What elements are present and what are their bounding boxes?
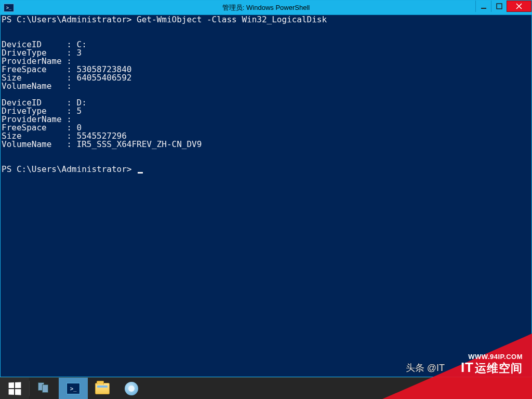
window-controls <box>475 1 531 12</box>
powershell-icon: >_ <box>4 4 14 12</box>
gear-icon <box>125 382 138 395</box>
cursor <box>138 172 143 174</box>
console-line: VolumeName : <box>2 82 530 90</box>
minimize-icon <box>481 3 487 9</box>
console-prompt[interactable]: PS C:\Users\Administrator> <box>2 165 530 174</box>
svg-rect-1 <box>497 4 502 9</box>
maximize-button[interactable] <box>491 1 507 12</box>
titlebar[interactable]: >_ 管理员: Windows PowerShell <box>1 1 531 15</box>
close-button[interactable] <box>507 1 531 12</box>
start-button[interactable] <box>0 378 29 399</box>
windows-logo-icon <box>9 382 21 395</box>
svg-rect-0 <box>481 8 486 9</box>
taskbar-server-manager[interactable] <box>30 378 59 399</box>
window-title: 管理员: Windows PowerShell <box>1 3 531 12</box>
powershell-window: >_ 管理员: Windows PowerShell PS C:\Users\A… <box>0 0 532 377</box>
console-area[interactable]: PS C:\Users\Administrator> Get-WmiObject… <box>2 16 530 376</box>
console-line: VolumeName : IR5_SSS_X64FREV_ZH-CN_DV9 <box>2 140 530 149</box>
file-explorer-icon <box>95 383 110 394</box>
minimize-button[interactable] <box>475 1 491 12</box>
prompt-text: PS C:\Users\Administrator> <box>2 165 137 174</box>
powershell-taskbar-icon: >_ <box>66 383 80 394</box>
maximize-icon <box>496 3 502 9</box>
console-line <box>2 149 530 157</box>
taskbar-file-explorer[interactable] <box>88 378 117 399</box>
console-line: PS C:\Users\Administrator> Get-WmiObject… <box>2 16 530 24</box>
console-line: Size : 64055406592 <box>2 74 530 82</box>
console-line <box>2 24 530 32</box>
taskbar: >_ <box>0 377 532 399</box>
console-line: DriveType : 5 <box>2 107 530 115</box>
close-icon <box>515 3 523 10</box>
console-line: DriveType : 3 <box>2 49 530 57</box>
taskbar-powershell[interactable]: >_ <box>59 378 88 399</box>
taskbar-settings[interactable] <box>117 378 146 399</box>
server-manager-icon <box>37 381 51 396</box>
